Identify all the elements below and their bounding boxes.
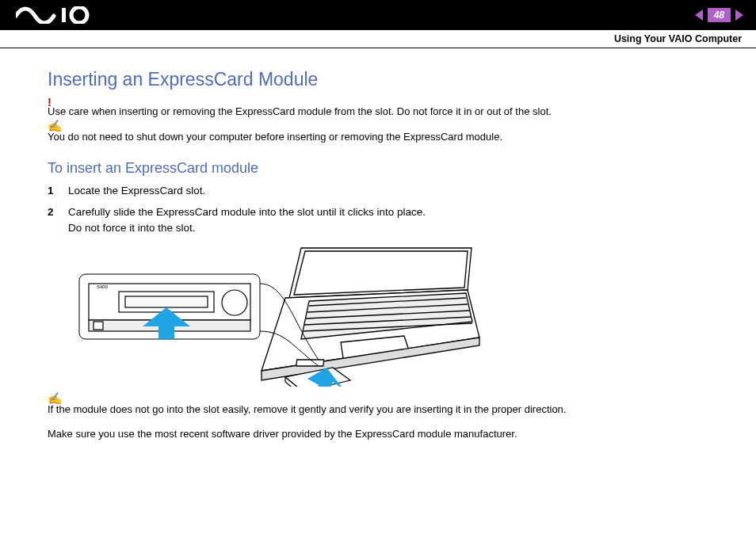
step-text: Carefully slide the ExpressCard module i… — [68, 204, 426, 237]
header-bar: 48 — [0, 0, 756, 30]
illustration: S400 — [71, 244, 708, 390]
caution-note: ! Use care when inserting or removing th… — [48, 105, 708, 119]
tip-note-1: ✍ You do not need to shut down your comp… — [48, 130, 708, 144]
step-1: 1 Locate the ExpressCard slot. — [48, 183, 708, 199]
svg-rect-19 — [94, 322, 103, 330]
tip-icon: ✍ — [48, 117, 63, 134]
step-2: 2 Carefully slide the ExpressCard module… — [48, 204, 708, 237]
svg-point-1 — [71, 7, 87, 23]
svg-rect-22 — [125, 296, 208, 307]
svg-point-23 — [222, 290, 247, 315]
page-nav: 48 — [695, 8, 743, 22]
step-text: Locate the ExpressCard slot. — [68, 183, 205, 199]
tip-icon: ✍ — [48, 390, 63, 406]
svg-marker-3 — [294, 251, 468, 295]
caution-text: Use care when inserting or removing the … — [48, 105, 552, 117]
step-number: 1 — [48, 183, 57, 199]
caution-icon: ! — [48, 93, 52, 110]
page-content: Inserting an ExpressCard Module ! Use ca… — [0, 48, 756, 440]
tip-text-2: If the module does not go into the slot … — [48, 403, 566, 415]
procedure-steps: 1 Locate the ExpressCard slot. 2 Careful… — [48, 183, 708, 236]
page-number: 48 — [708, 8, 731, 22]
page-title: Inserting an ExpressCard Module — [48, 69, 708, 90]
section-title: Using Your VAIO Computer — [614, 33, 742, 44]
step-number: 2 — [48, 204, 57, 237]
svg-rect-13 — [296, 360, 324, 366]
procedure-title: To insert an ExpressCard module — [48, 160, 708, 177]
vaio-logo — [16, 6, 105, 24]
next-page-arrow-icon[interactable] — [735, 10, 743, 21]
driver-note: Make sure you use the most recent softwa… — [48, 428, 708, 440]
tip-text-1: You do not need to shut down your comput… — [48, 131, 502, 143]
prev-page-arrow-icon[interactable] — [695, 10, 703, 21]
svg-text:S400: S400 — [97, 284, 109, 289]
svg-rect-0 — [62, 8, 66, 22]
tip-note-2: ✍ If the module does not go into the slo… — [48, 402, 708, 417]
